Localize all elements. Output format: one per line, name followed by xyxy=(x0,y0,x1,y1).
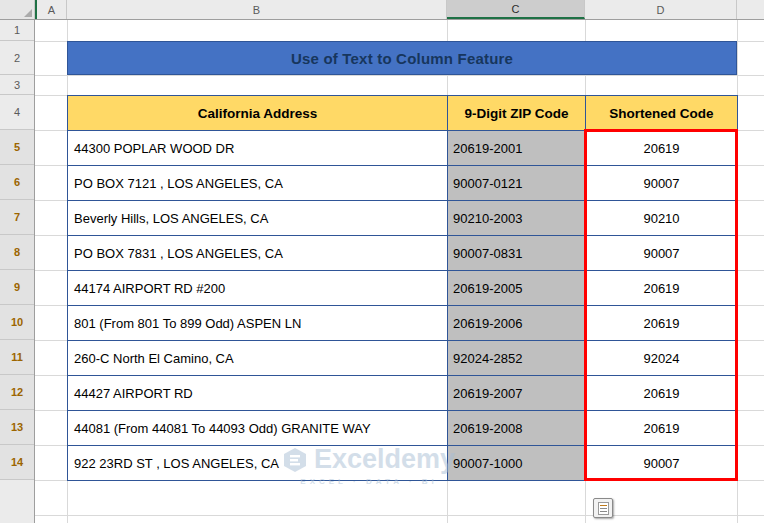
cell-short-code[interactable]: 92024 xyxy=(586,341,738,376)
cell-zip9[interactable]: 20619-2008 xyxy=(448,411,586,446)
table-row: PO BOX 7121 , LOS ANGELES, CA 90007-0121… xyxy=(68,166,738,201)
table-row: 44174 AIRPORT RD #200 20619-2005 20619 xyxy=(68,271,738,306)
cell-zip9[interactable]: 20619-2006 xyxy=(448,306,586,341)
cell-zip9[interactable]: 20619-2005 xyxy=(448,271,586,306)
column-header-strip: A B C D xyxy=(0,0,764,20)
table-row: 922 23RD ST , LOS ANGELES, CA 90007-1000… xyxy=(68,446,738,481)
table-row: Beverly Hills, LOS ANGELES, CA 90210-200… xyxy=(68,201,738,236)
cell-short-code[interactable]: 20619 xyxy=(586,131,738,166)
row-header-4[interactable]: 4 xyxy=(0,95,34,130)
table-row: 44300 POPLAR WOOD DR 20619-2001 20619 xyxy=(68,131,738,166)
cell-short-code[interactable]: 20619 xyxy=(586,306,738,341)
row-header-11[interactable]: 11 xyxy=(0,340,34,375)
row-header-10[interactable]: 10 xyxy=(0,305,34,340)
row-header-13[interactable]: 13 xyxy=(0,410,34,445)
column-header-filler xyxy=(737,0,764,19)
cell-zip9[interactable]: 90007-0831 xyxy=(448,236,586,271)
column-header-a[interactable]: A xyxy=(35,0,67,19)
cell-short-code[interactable]: 20619 xyxy=(586,411,738,446)
address-table: California Address 9-Digit ZIP Code Shor… xyxy=(67,95,738,481)
row-header-12[interactable]: 12 xyxy=(0,375,34,410)
cell-zip9[interactable]: 90007-0121 xyxy=(448,166,586,201)
table-row: PO BOX 7831 , LOS ANGELES, CA 90007-0831… xyxy=(68,236,738,271)
paste-options-button[interactable] xyxy=(593,498,613,518)
cell-short-code[interactable]: 90007 xyxy=(586,446,738,481)
row-header-6[interactable]: 6 xyxy=(0,165,34,200)
row-header-3[interactable]: 3 xyxy=(0,75,34,95)
cell-short-code[interactable]: 90007 xyxy=(586,236,738,271)
table-row: 44427 AIRPORT RD 20619-2007 20619 xyxy=(68,376,738,411)
column-header-b[interactable]: B xyxy=(67,0,447,19)
header-9digit-zip-code[interactable]: 9-Digit ZIP Code xyxy=(448,96,586,131)
title-banner-text: Use of Text to Column Feature xyxy=(291,50,513,67)
row-header-8[interactable]: 8 xyxy=(0,235,34,270)
row-header-1[interactable]: 1 xyxy=(0,20,34,41)
column-header-c-selected[interactable]: C xyxy=(447,0,585,19)
cell-zip9[interactable]: 90210-2003 xyxy=(448,201,586,236)
header-shortened-code[interactable]: Shortened Code xyxy=(586,96,738,131)
cell-address[interactable]: 922 23RD ST , LOS ANGELES, CA xyxy=(68,446,448,481)
row-header-7[interactable]: 7 xyxy=(0,200,34,235)
cell-address[interactable]: 260-C North El Camino, CA xyxy=(68,341,448,376)
header-california-address[interactable]: California Address xyxy=(68,96,448,131)
cell-address[interactable]: 44081 (From 44081 To 44093 Odd) GRANITE … xyxy=(68,411,448,446)
cell-zip9[interactable]: 20619-2001 xyxy=(448,131,586,166)
cell-short-code[interactable]: 90007 xyxy=(586,166,738,201)
clipboard-icon xyxy=(598,502,609,515)
table-header-row: California Address 9-Digit ZIP Code Shor… xyxy=(68,96,738,131)
table-row: 801 (From 801 To 899 Odd) ASPEN LN 20619… xyxy=(68,306,738,341)
sheet-grid: Use of Text to Column Feature California… xyxy=(35,20,764,523)
cell-address[interactable]: PO BOX 7121 , LOS ANGELES, CA xyxy=(68,166,448,201)
row-header-filler xyxy=(0,480,34,523)
cell-address[interactable]: Beverly Hills, LOS ANGELES, CA xyxy=(68,201,448,236)
cell-short-code[interactable]: 20619 xyxy=(586,376,738,411)
cell-address[interactable]: 44300 POPLAR WOOD DR xyxy=(68,131,448,166)
row-header-5[interactable]: 5 xyxy=(0,130,34,165)
select-all-corner[interactable] xyxy=(0,0,35,19)
cell-short-code[interactable]: 90210 xyxy=(586,201,738,236)
row-header-14[interactable]: 14 xyxy=(0,445,34,480)
title-banner-cell[interactable]: Use of Text to Column Feature xyxy=(67,41,737,75)
select-all-triangle-icon xyxy=(24,9,32,17)
table-row: 260-C North El Camino, CA 92024-2852 920… xyxy=(68,341,738,376)
row-header-2[interactable]: 2 xyxy=(0,41,34,75)
column-header-d[interactable]: D xyxy=(585,0,737,19)
excel-worksheet: A B C D 1 2 3 4 5 6 7 8 9 10 11 12 13 14… xyxy=(0,0,764,523)
row-header-9[interactable]: 9 xyxy=(0,270,34,305)
cell-zip9[interactable]: 20619-2007 xyxy=(448,376,586,411)
row-header-strip: 1 2 3 4 5 6 7 8 9 10 11 12 13 14 xyxy=(0,20,35,523)
cell-zip9[interactable]: 92024-2852 xyxy=(448,341,586,376)
cell-address[interactable]: 44174 AIRPORT RD #200 xyxy=(68,271,448,306)
cell-zip9[interactable]: 90007-1000 xyxy=(448,446,586,481)
cell-address[interactable]: 801 (From 801 To 899 Odd) ASPEN LN xyxy=(68,306,448,341)
table-row: 44081 (From 44081 To 44093 Odd) GRANITE … xyxy=(68,411,738,446)
cell-address[interactable]: PO BOX 7831 , LOS ANGELES, CA xyxy=(68,236,448,271)
cell-address[interactable]: 44427 AIRPORT RD xyxy=(68,376,448,411)
cell-short-code[interactable]: 20619 xyxy=(586,271,738,306)
